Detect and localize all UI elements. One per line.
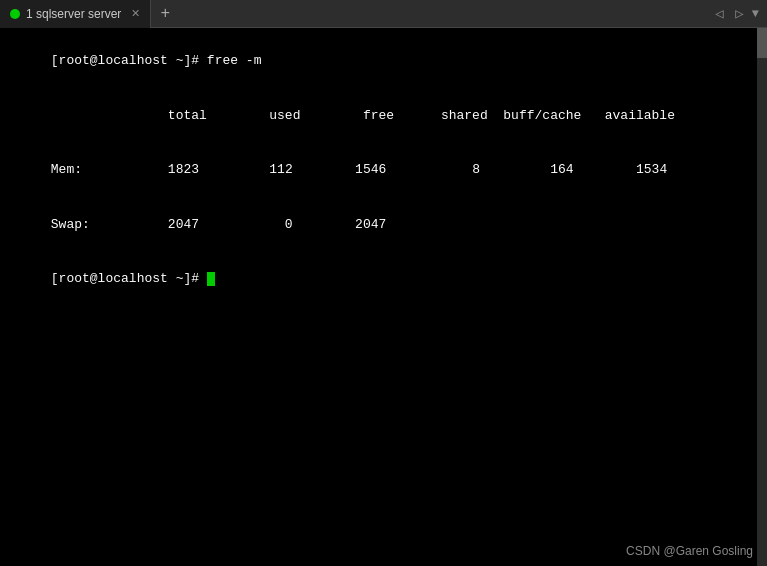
scrollbar[interactable] xyxy=(757,28,767,566)
nav-left-button[interactable]: ◁ xyxy=(711,3,727,24)
terminal-area[interactable]: [root@localhost ~]# free -m total used f… xyxy=(0,28,767,566)
swap-label: Swap: xyxy=(51,217,90,232)
new-prompt-line: [root@localhost ~]# xyxy=(4,252,763,307)
titlebar: 1 sqlserver server ✕ + ◁ ▷ ▼ xyxy=(0,0,767,28)
tab-label: 1 sqlserver server xyxy=(26,7,121,21)
nav-right-button[interactable]: ▷ xyxy=(731,3,747,24)
mem-available: 1534 xyxy=(574,162,668,177)
command-prompt: [root@localhost ~]# free -m xyxy=(51,53,262,68)
swap-total: 2047 xyxy=(90,217,199,232)
new-tab-button[interactable]: + xyxy=(151,0,179,28)
col-buffcache-header: buff/cache xyxy=(488,108,582,123)
swap-row: Swap: 2047 0 2047 xyxy=(4,198,763,253)
active-tab[interactable]: 1 sqlserver server ✕ xyxy=(0,0,151,28)
tab-close-button[interactable]: ✕ xyxy=(131,7,140,20)
mem-row: Mem: 1823 112 1546 8 164 1534 xyxy=(4,143,763,198)
col-free-header: free xyxy=(300,108,394,123)
mem-buffcache: 164 xyxy=(480,162,574,177)
mem-shared: 8 xyxy=(386,162,480,177)
scrollbar-thumb[interactable] xyxy=(757,28,767,58)
new-prompt: [root@localhost ~]# xyxy=(51,271,207,286)
mem-free: 1546 xyxy=(293,162,387,177)
mem-used: 112 xyxy=(199,162,293,177)
col-available-header: available xyxy=(581,108,675,123)
col-shared-header: shared xyxy=(394,108,488,123)
tab-status-dot xyxy=(10,9,20,19)
swap-free: 2047 xyxy=(293,217,387,232)
swap-used: 0 xyxy=(199,217,293,232)
nav-buttons: ◁ ▷ ▼ xyxy=(711,3,767,24)
cursor xyxy=(207,272,215,286)
header-row: total used free shared buff/cache availa… xyxy=(4,89,763,144)
command-line: [root@localhost ~]# free -m xyxy=(4,34,763,89)
nav-dropdown-button[interactable]: ▼ xyxy=(752,7,759,21)
terminal-window: 1 sqlserver server ✕ + ◁ ▷ ▼ [root@local… xyxy=(0,0,767,566)
mem-total: 1823 xyxy=(82,162,199,177)
col-used-header: used xyxy=(207,108,301,123)
watermark: CSDN @Garen Gosling xyxy=(626,544,753,558)
mem-label: Mem: xyxy=(51,162,82,177)
col-total-header: total xyxy=(51,108,207,123)
